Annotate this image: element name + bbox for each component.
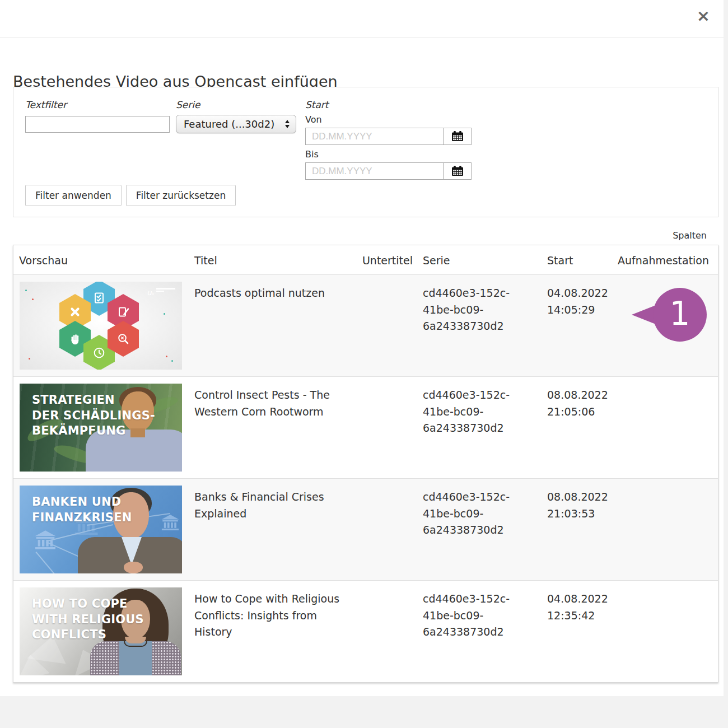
video-station: [612, 377, 718, 478]
reset-filter-button[interactable]: Filter zurücksetzen: [126, 185, 236, 206]
video-serie-id: cd4460e3-152c-41be-bc09-6a24338730d2: [417, 479, 542, 580]
x-icon: [68, 305, 82, 319]
calendar-from-button[interactable]: [444, 128, 472, 145]
video-station: [612, 581, 718, 682]
video-serie-id: cd4460e3-152c-41be-bc09-6a24338730d2: [417, 275, 542, 376]
video-start-datetime: 08.08.2022 21:03:53: [542, 479, 612, 580]
bank-icon: [34, 530, 57, 552]
calendar-icon: [451, 166, 464, 176]
thumbnail-overlay-text: STRATEGIEN DER SCHÄDLINGS- BEKÄMPFUNG: [32, 393, 155, 439]
apply-filter-button[interactable]: Filter anwenden: [25, 185, 122, 206]
calendar-to-button[interactable]: [444, 162, 472, 180]
video-thumbnail[interactable]: STRATEGIEN DER SCHÄDLINGS- BEKÄMPFUNG: [20, 384, 182, 472]
video-thumbnail[interactable]: ub: [20, 282, 182, 370]
table-header-row: Vorschau Titel Untertitel Serie Start Au…: [13, 245, 718, 274]
textfilter-label: Textfilter: [25, 99, 170, 110]
video-subtitle: [354, 479, 417, 580]
bank-icon: [161, 515, 180, 533]
close-icon[interactable]: ×: [697, 8, 710, 24]
header-start: Start: [542, 245, 612, 274]
magnifier-icon: [116, 332, 130, 346]
hand-icon: [68, 332, 82, 346]
start-filter-label: Start: [305, 99, 472, 110]
header-titel: Titel: [189, 245, 354, 274]
modal-header-bar: ×: [0, 0, 724, 38]
video-results-table: Vorschau Titel Untertitel Serie Start Au…: [13, 245, 718, 683]
serie-label: Serie: [176, 99, 296, 110]
video-serie-id: cd4460e3-152c-41be-bc09-6a24338730d2: [417, 581, 542, 682]
date-from-input[interactable]: [305, 128, 444, 145]
video-title: Banks & Financial Crises Explained: [189, 479, 354, 580]
filter-panel: Textfilter Serie Featured (...30d2) Star…: [13, 87, 718, 217]
video-title: Podcasts optimal nutzen: [189, 275, 354, 376]
marker-number: 1: [653, 288, 707, 342]
video-title: Control Insect Pests - The Western Corn …: [189, 377, 354, 478]
annotation-marker-1: 1: [632, 288, 707, 342]
video-subtitle: [354, 377, 417, 478]
university-logo: ub: [147, 287, 175, 297]
video-subtitle: [354, 581, 417, 682]
table-row[interactable]: STRATEGIEN DER SCHÄDLINGS- BEKÄMPFUNG Co…: [13, 376, 718, 478]
video-start-datetime: 08.08.2022 21:05:06: [542, 377, 612, 478]
von-label: Von: [305, 114, 472, 125]
video-title: How to Cope with Religious Conflicts: In…: [189, 581, 354, 682]
serie-select[interactable]: Featured (...30d2): [176, 115, 296, 133]
video-thumbnail[interactable]: BANKEN UND FINANZKRISEN: [20, 486, 182, 573]
video-serie-id: cd4460e3-152c-41be-bc09-6a24338730d2: [417, 377, 542, 478]
checklist-icon: [92, 291, 106, 305]
table-row[interactable]: HOW TO COPE WITH RELIGIOUS CONFLICTS How…: [13, 580, 718, 682]
bis-label: Bis: [305, 149, 472, 160]
header-aufnahmestation: Aufnahmestation: [612, 245, 718, 274]
video-thumbnail[interactable]: HOW TO COPE WITH RELIGIOUS CONFLICTS: [20, 587, 182, 675]
video-subtitle: [354, 275, 417, 376]
video-station: [612, 479, 718, 580]
thumbnail-overlay-text: HOW TO COPE WITH RELIGIOUS CONFLICTS: [32, 596, 144, 643]
serie-selected-value: Featured (...30d2): [184, 118, 274, 130]
columns-chooser-button[interactable]: Spalten: [673, 230, 707, 241]
table-row[interactable]: BANKEN UND FINANZKRISEN Banks & Financia…: [13, 478, 718, 580]
header-serie: Serie: [417, 245, 542, 274]
select-arrows-icon: [285, 120, 290, 128]
table-row[interactable]: ub: [13, 274, 718, 376]
opencast-video-modal: × Bestehendes Video aus Opencast einfüge…: [0, 0, 724, 696]
date-to-input[interactable]: [305, 162, 444, 180]
video-start-datetime: 04.08.2022 14:05:29: [542, 275, 612, 376]
header-untertitel: Untertitel: [354, 245, 417, 274]
video-start-datetime: 04.08.2022 12:35:42: [542, 581, 612, 682]
clock-icon: [92, 346, 106, 360]
clipboard-pen-icon: [116, 305, 130, 319]
calendar-icon: [451, 131, 464, 142]
textfilter-input[interactable]: [25, 116, 170, 133]
thumbnail-overlay-text: BANKEN UND FINANZKRISEN: [32, 494, 132, 525]
header-vorschau: Vorschau: [13, 245, 189, 274]
